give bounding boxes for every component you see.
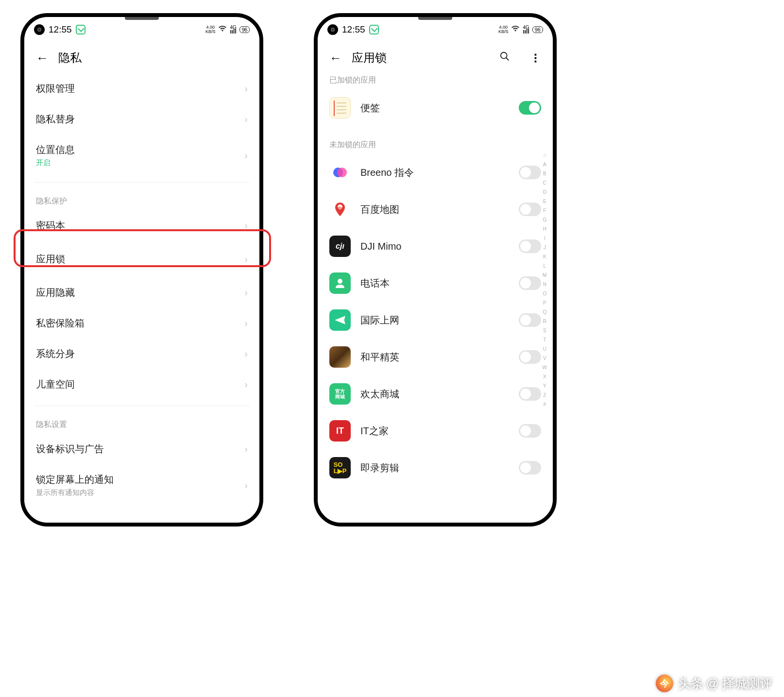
alpha-P[interactable]: P bbox=[543, 298, 547, 307]
alpha-X[interactable]: X bbox=[543, 372, 547, 381]
app-row-baidu-map[interactable]: du 百度地图 bbox=[329, 191, 541, 228]
back-button[interactable]: ← bbox=[329, 51, 342, 66]
toggle-huantai[interactable] bbox=[519, 387, 541, 401]
battery-icon: 96 bbox=[532, 26, 543, 33]
svg-point-0 bbox=[501, 52, 507, 59]
row-app-lock[interactable]: 应用锁› bbox=[36, 241, 248, 277]
row-privacy-substitute[interactable]: 隐私替身› bbox=[36, 104, 248, 135]
alpha-U[interactable]: U bbox=[543, 344, 547, 354]
alpha-Q[interactable]: Q bbox=[543, 307, 547, 317]
alpha-K[interactable]: K bbox=[543, 252, 547, 261]
back-button[interactable]: ← bbox=[36, 51, 49, 66]
app-lock-list: 已加锁的应用 便签 未加锁的应用 Breeno 指令 du 百度地图 cjı D… bbox=[318, 73, 553, 523]
app-row-pubg[interactable]: 和平精英 bbox=[329, 339, 541, 375]
app-row-intl-roaming[interactable]: 国际上网 bbox=[329, 302, 541, 339]
alpha-C[interactable]: C bbox=[543, 178, 547, 187]
toggle-dji[interactable] bbox=[519, 239, 541, 253]
alpha-A[interactable]: A bbox=[543, 160, 547, 169]
settings-list: 权限管理› 隐私替身› 位置信息开启 › 隐私保护 密码本› 应用锁› 应用隐藏… bbox=[24, 73, 259, 523]
screen-right: 12:55 4.00KB/S 4Gııll 96 ← 应用锁 ︙ 已加锁的应用 … bbox=[318, 17, 553, 523]
intl-roaming-app-icon bbox=[329, 309, 351, 331]
alpha-W[interactable]: W bbox=[543, 363, 547, 372]
wifi-icon bbox=[218, 25, 227, 34]
alpha-O[interactable]: O bbox=[543, 289, 547, 298]
battery-icon: 96 bbox=[239, 26, 250, 33]
app-row-notes[interactable]: 便签 bbox=[329, 89, 541, 126]
alpha-N[interactable]: N bbox=[543, 280, 547, 289]
chevron-right-icon: › bbox=[244, 254, 248, 265]
alpha-D[interactable]: D bbox=[543, 187, 547, 197]
chevron-right-icon: › bbox=[244, 318, 248, 329]
alpha-J[interactable]: J bbox=[543, 243, 547, 252]
row-password-book[interactable]: 密码本› bbox=[36, 210, 248, 241]
row-child-space[interactable]: 儿童空间› bbox=[36, 369, 248, 400]
toggle-soloop[interactable] bbox=[519, 461, 541, 475]
toggle-ithome[interactable] bbox=[519, 424, 541, 438]
row-location[interactable]: 位置信息开启 › bbox=[36, 135, 248, 176]
dji-app-icon: cjı bbox=[329, 236, 351, 257]
toggle-pubg[interactable] bbox=[519, 350, 541, 364]
row-app-hide[interactable]: 应用隐藏› bbox=[36, 277, 248, 308]
alpha-#[interactable]: # bbox=[543, 400, 547, 409]
toggle-contacts[interactable] bbox=[519, 276, 541, 290]
huantai-app-icon: 官方商城 bbox=[329, 383, 351, 405]
more-icon[interactable]: ︙ bbox=[528, 53, 541, 63]
soloop-app-icon: SOL▶P bbox=[329, 457, 351, 478]
chevron-right-icon: › bbox=[244, 114, 248, 125]
alpha-T[interactable]: T bbox=[543, 335, 547, 344]
locked-apps-label: 已加锁的应用 bbox=[329, 75, 541, 85]
divider bbox=[34, 406, 250, 406]
chevron-right-icon: › bbox=[244, 443, 248, 455]
row-private-safe[interactable]: 私密保险箱› bbox=[36, 308, 248, 339]
watermark: 今 头条 @ 择城测评 bbox=[656, 675, 772, 692]
breeno-app-icon bbox=[329, 162, 351, 183]
search-icon[interactable] bbox=[499, 51, 510, 65]
svg-text:du: du bbox=[338, 205, 342, 210]
alpha-L[interactable]: L bbox=[543, 261, 547, 271]
row-device-id-ads[interactable]: 设备标识与广告› bbox=[36, 434, 248, 464]
network-speed: 4.00KB/S bbox=[498, 25, 509, 34]
app-row-soloop[interactable]: SOL▶P 即录剪辑 bbox=[329, 449, 541, 486]
watermark-author: 择城测评 bbox=[722, 675, 772, 692]
toggle-breeno[interactable] bbox=[519, 166, 541, 179]
alpha-Z[interactable]: Z bbox=[543, 391, 547, 400]
svg-point-3 bbox=[337, 168, 347, 177]
alpha-Y[interactable]: Y bbox=[543, 381, 547, 391]
row-system-clone[interactable]: 系统分身› bbox=[36, 339, 248, 369]
app-row-ithome[interactable]: IT IT之家 bbox=[329, 412, 541, 449]
alpha-S[interactable]: S bbox=[543, 326, 547, 335]
svg-line-1 bbox=[506, 58, 509, 61]
toggle-notes[interactable] bbox=[519, 101, 541, 115]
pubg-app-icon bbox=[329, 346, 351, 368]
alpha-☆[interactable]: ☆ bbox=[543, 151, 547, 160]
app-row-dji[interactable]: cjı DJI Mimo bbox=[329, 228, 541, 265]
chevron-right-icon: › bbox=[244, 379, 248, 390]
alpha-M[interactable]: M bbox=[543, 271, 547, 280]
app-row-contacts[interactable]: 电话本 bbox=[329, 265, 541, 302]
status-bar: 12:55 4.00KB/S 4Gııll 96 bbox=[318, 17, 553, 38]
alpha-E[interactable]: E bbox=[543, 197, 547, 206]
app-row-huantai[interactable]: 官方商城 欢太商城 bbox=[329, 375, 541, 412]
alpha-B[interactable]: B bbox=[543, 169, 547, 178]
front-camera bbox=[34, 24, 45, 35]
divider bbox=[34, 182, 250, 183]
alpha-index[interactable]: ☆ABCDEFGHIJKLMNOPQRSTUVWXYZ# bbox=[543, 151, 547, 409]
alpha-H[interactable]: H bbox=[543, 224, 547, 234]
page-title: 隐私 bbox=[58, 50, 248, 66]
toggle-intl[interactable] bbox=[519, 313, 541, 327]
app-row-breeno[interactable]: Breeno 指令 bbox=[329, 154, 541, 191]
alpha-V[interactable]: V bbox=[543, 354, 547, 363]
contacts-app-icon bbox=[329, 272, 351, 294]
alpha-R[interactable]: R bbox=[543, 317, 547, 326]
row-lockscreen-notif[interactable]: 锁定屏幕上的通知显示所有通知内容 › bbox=[36, 464, 248, 497]
chevron-right-icon: › bbox=[244, 287, 248, 298]
row-permissions[interactable]: 权限管理› bbox=[36, 73, 248, 104]
ithome-app-icon: IT bbox=[329, 420, 351, 442]
alpha-F[interactable]: F bbox=[543, 206, 547, 215]
speaker-notch bbox=[418, 17, 452, 20]
alpha-G[interactable]: G bbox=[543, 215, 547, 224]
page-header: ← 隐私 bbox=[24, 38, 259, 73]
speaker-notch bbox=[125, 17, 159, 20]
toggle-baidu-map[interactable] bbox=[519, 203, 541, 216]
alpha-I[interactable]: I bbox=[543, 234, 547, 243]
